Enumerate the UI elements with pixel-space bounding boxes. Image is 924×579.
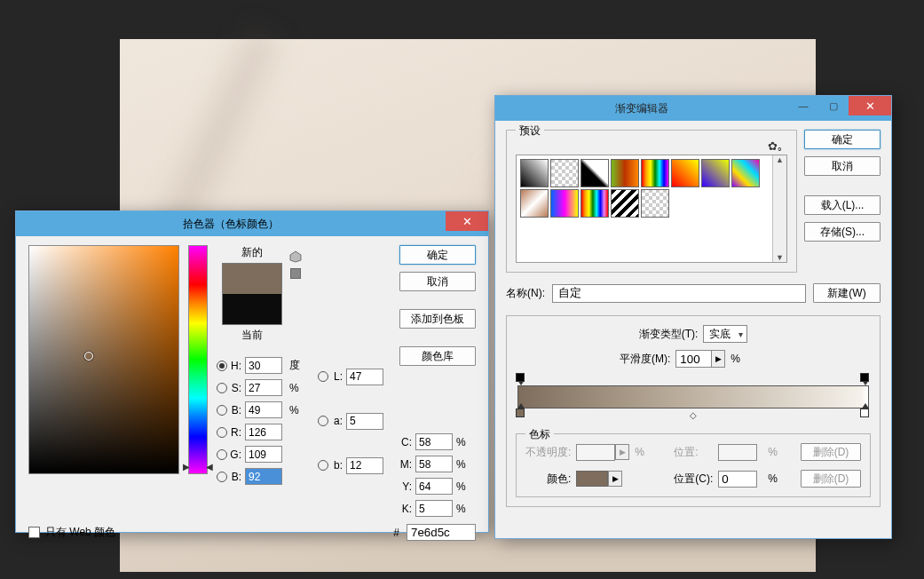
pos-label-c: 位置(C): bbox=[674, 472, 713, 487]
presets-label: 预设 bbox=[516, 123, 544, 139]
input-l[interactable] bbox=[346, 369, 383, 385]
name-label: 名称(N): bbox=[506, 286, 545, 301]
stops-label: 色标 bbox=[525, 427, 554, 442]
preset-swatch[interactable] bbox=[550, 159, 579, 187]
gradient-editor-titlebar[interactable]: 渐变编辑器 — ▢ ✕ bbox=[495, 96, 891, 121]
opacity-stop[interactable] bbox=[860, 373, 871, 384]
input-s[interactable] bbox=[245, 379, 282, 396]
color-label: 颜色: bbox=[525, 472, 571, 487]
radio-h[interactable] bbox=[217, 361, 227, 371]
add-swatch-button[interactable]: 添加到色板 bbox=[399, 309, 476, 329]
ok-button[interactable]: 确定 bbox=[804, 130, 881, 149]
preset-swatch[interactable] bbox=[701, 159, 730, 187]
minimize-icon[interactable]: — bbox=[788, 96, 818, 115]
current-color-label: 当前 bbox=[241, 328, 263, 343]
preset-swatch[interactable] bbox=[520, 159, 549, 187]
gamut-warning-icon[interactable] bbox=[289, 250, 302, 263]
hue-slider[interactable] bbox=[188, 245, 208, 474]
preset-swatch[interactable] bbox=[671, 159, 699, 187]
radio-r[interactable] bbox=[217, 427, 227, 438]
preset-swatch[interactable] bbox=[731, 159, 760, 187]
cancel-button[interactable]: 取消 bbox=[399, 272, 476, 291]
smooth-label: 平滑度(M): bbox=[620, 352, 670, 367]
gear-icon[interactable]: ✿｡ bbox=[516, 139, 787, 153]
ok-button[interactable]: 确定 bbox=[399, 245, 476, 265]
stop-color-swatch[interactable] bbox=[576, 471, 608, 487]
type-select[interactable]: 实底 bbox=[703, 325, 747, 343]
web-safe-icon[interactable] bbox=[290, 268, 301, 279]
preset-swatch[interactable] bbox=[641, 189, 669, 218]
web-only-checkbox[interactable] bbox=[28, 527, 40, 538]
preset-swatch[interactable] bbox=[611, 159, 639, 187]
preset-swatch[interactable] bbox=[580, 159, 609, 187]
input-c[interactable] bbox=[415, 433, 453, 450]
delete-opacity-button: 删除(D) bbox=[801, 443, 861, 461]
opacity-label: 不透明度: bbox=[525, 445, 571, 460]
preset-swatch[interactable] bbox=[641, 159, 669, 187]
input-bv[interactable] bbox=[245, 401, 282, 418]
input-b2[interactable] bbox=[346, 457, 383, 474]
input-h[interactable] bbox=[245, 357, 282, 374]
new-color-swatch bbox=[223, 264, 281, 294]
sv-cursor bbox=[84, 352, 93, 361]
input-y[interactable] bbox=[415, 478, 453, 495]
color-stop[interactable] bbox=[516, 408, 526, 419]
current-color-swatch[interactable] bbox=[223, 294, 281, 324]
color-pos-input[interactable] bbox=[718, 471, 757, 488]
input-r[interactable] bbox=[245, 424, 282, 440]
chevron-right-icon: ▶ bbox=[615, 444, 629, 460]
maximize-icon[interactable]: ▢ bbox=[818, 96, 849, 115]
web-only-label: 只有 Web 颜色 bbox=[45, 525, 115, 540]
opacity-input bbox=[576, 444, 615, 461]
name-input[interactable] bbox=[552, 284, 806, 303]
preset-swatch[interactable] bbox=[550, 189, 579, 218]
color-stop[interactable] bbox=[860, 408, 871, 419]
radio-b2[interactable] bbox=[318, 460, 328, 471]
input-g[interactable] bbox=[245, 446, 282, 463]
preset-swatch[interactable] bbox=[580, 189, 609, 218]
color-picker-title: 拾色器（色标颜色） bbox=[16, 217, 446, 232]
smoothness-input[interactable]: ▶ bbox=[675, 350, 725, 368]
load-button[interactable]: 载入(L)... bbox=[804, 195, 881, 215]
hex-input[interactable] bbox=[407, 524, 476, 541]
input-a[interactable] bbox=[346, 413, 383, 430]
input-m[interactable] bbox=[415, 456, 453, 472]
midpoint-icon[interactable]: ◇ bbox=[690, 410, 697, 420]
saturation-value-field[interactable] bbox=[28, 245, 179, 474]
color-picker-dialog: 拾色器（色标颜色） ✕ ▶◀ 新的 bbox=[15, 210, 489, 533]
color-libs-button[interactable]: 颜色库 bbox=[399, 346, 476, 366]
presets-list[interactable]: ▲▼ bbox=[516, 155, 787, 263]
radio-s[interactable] bbox=[217, 383, 227, 393]
input-bb[interactable] bbox=[245, 468, 282, 485]
type-label: 渐变类型(T): bbox=[639, 327, 699, 342]
opacity-stop[interactable] bbox=[516, 373, 526, 384]
delete-color-button: 删除(D) bbox=[801, 470, 861, 488]
gradient-bar[interactable]: ◇ bbox=[516, 375, 871, 424]
save-button[interactable]: 存储(S)... bbox=[804, 222, 881, 242]
radio-a[interactable] bbox=[318, 416, 328, 426]
preset-swatch[interactable] bbox=[520, 189, 549, 218]
gradient-editor-title: 渐变编辑器 bbox=[495, 101, 788, 116]
color-picker-titlebar[interactable]: 拾色器（色标颜色） ✕ bbox=[16, 211, 488, 236]
radio-bb[interactable] bbox=[217, 472, 227, 482]
input-k[interactable] bbox=[415, 500, 453, 517]
cancel-button[interactable]: 取消 bbox=[804, 156, 881, 176]
hex-prefix: # bbox=[393, 527, 399, 539]
gradient-editor-dialog: 渐变编辑器 — ▢ ✕ 预设 ✿｡ bbox=[494, 95, 892, 539]
presets-scrollbar[interactable]: ▲▼ bbox=[772, 155, 786, 262]
close-icon[interactable]: ✕ bbox=[446, 211, 488, 231]
radio-g[interactable] bbox=[217, 449, 227, 460]
close-icon[interactable]: ✕ bbox=[849, 96, 891, 115]
chevron-right-icon[interactable]: ▶ bbox=[608, 471, 622, 487]
preset-swatch[interactable] bbox=[611, 189, 639, 218]
opacity-pos-input bbox=[718, 444, 757, 461]
pos-label: 位置: bbox=[674, 445, 713, 460]
new-button[interactable]: 新建(W) bbox=[813, 283, 881, 303]
radio-bv[interactable] bbox=[217, 405, 227, 416]
new-color-label: 新的 bbox=[241, 245, 263, 260]
radio-l[interactable] bbox=[318, 371, 328, 382]
svg-marker-0 bbox=[290, 251, 301, 262]
chevron-right-icon[interactable]: ▶ bbox=[711, 350, 725, 368]
